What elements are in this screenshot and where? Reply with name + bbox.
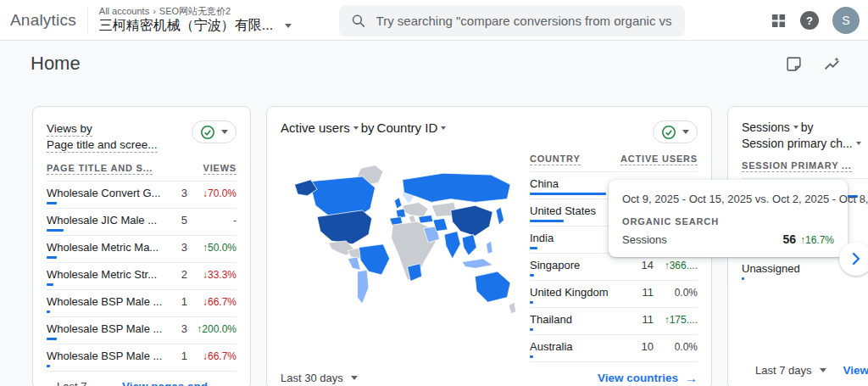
link-label: View [843,364,868,377]
row-bar [530,220,564,222]
date-range-label: Last 7 days [755,364,812,377]
table-row: Wholesale Metric Str...2↓33.3% [47,263,236,290]
row-change: ↑175.... [654,314,698,326]
row-change: 0.0% [654,287,698,299]
chevron-down-icon [441,126,446,130]
help-icon[interactable]: ? [800,11,819,30]
row-change: ↑200.0% [187,323,236,335]
account-name-dropdown[interactable]: 三柯精密机械（宁波）有限... [99,17,292,34]
row-value: 1 [162,350,187,362]
carousel-next-button[interactable] [839,242,868,276]
row-label: Thailand [530,313,625,326]
views-card-status-menu[interactable] [192,120,236,143]
row-bar [47,256,57,259]
account-switcher[interactable]: All accounts › SEO网站无竞价2 三柯精密机械（宁波）有限... [99,6,292,34]
row-label: Wholesale JIC Male ... [47,214,162,227]
breadcrumb-all-accounts[interactable]: All accounts [99,6,149,17]
row-change: ↓33.3% [187,269,236,281]
views-metric-selector[interactable]: Views by [47,122,92,137]
column-header-active-users: ACTIVE USERS [620,154,698,165]
row-value: 1 [162,295,187,308]
table-row: Wholesale BSP Male ...1↓66.7% [47,344,236,372]
table-row: United Kingdom110.0% [530,281,698,308]
row-label: United Kingdom [530,286,625,299]
table-row: Thailand11↑175.... [530,308,698,335]
active-users-card-status-menu[interactable] [653,120,698,143]
row-bar [742,277,744,280]
row-bar [47,338,57,340]
views-table: Wholesale Convert G...3↓70.0% Wholesale … [47,182,236,372]
row-change: ↑366.... [654,260,698,271]
row-value: 2 [162,268,187,281]
row-bar [530,274,534,277]
dimension-selector[interactable]: Country ID [377,120,438,135]
column-header-page-title: PAGE TITLE AND S... [47,163,153,175]
row-change: - [187,215,236,227]
view-countries-link[interactable]: View countries → [598,371,698,385]
view-pages-link[interactable]: View pages and s... → [122,380,236,386]
row-label: Wholesale BSP Male ... [47,350,162,362]
tooltip-channel: ORGANIC SEARCH [622,216,834,227]
world-map [281,148,518,362]
date-range-label: Last 7 days [57,380,108,386]
row-change: ↑50.0% [187,242,236,254]
row-label: Wholesale BSP Male ... [47,322,162,335]
metric-selector[interactable]: Sessions [742,120,790,134]
row-bar [47,365,50,367]
link-label: View pages and s... [122,380,217,386]
views-card: Views by Page title and scree... PAGE TI… [32,106,251,386]
link-label: View countries [598,372,678,384]
table-row: Wholesale JIC Male ...5- [47,209,236,236]
date-range-selector[interactable]: Last 30 days [281,372,358,384]
chevron-right-icon: › [153,6,156,17]
check-circle-icon [661,125,676,140]
breadcrumb-property[interactable]: SEO网站无竞价2 [159,6,231,17]
title-by: by [801,120,814,134]
apps-grid-icon[interactable] [771,13,787,29]
app-bar: Analytics All accounts › SEO网站无竞价2 三柯精密机… [0,0,868,41]
avatar[interactable]: S [832,7,860,34]
date-range-selector[interactable]: Last 7 days [755,364,826,377]
hover-tooltip: Oct 9, 2025 - Oct 15, 2025 vs. Oct 2, 20… [609,180,848,257]
row-bar [530,301,533,304]
chevron-down-icon [820,368,826,372]
column-header-country: COUNTRY [530,154,581,165]
table-row: Wholesale BSP Male ...3↑200.0% [47,317,236,344]
date-range-label: Last 30 days [281,372,343,384]
row-bar [530,328,533,331]
chevron-down-icon [285,24,292,28]
arrow-right-icon: → [685,371,698,385]
row-bar [47,202,57,204]
search-bar[interactable] [339,5,685,36]
chevron-down-icon [793,126,798,129]
row-label: Wholesale Metric Str... [47,268,162,281]
row-bar [530,193,606,195]
row-change: 0.0% [654,341,698,353]
view-link[interactable]: View [843,364,868,377]
row-bar [47,310,50,313]
table-row: Wholesale Metric Ma...3↑50.0% [47,236,236,263]
row-bar [530,355,533,358]
chevron-down-icon [682,130,689,134]
row-value: 11 [625,286,654,299]
date-range-selector[interactable]: Last 7 days [57,380,122,386]
chevron-down-icon [856,142,861,145]
appbar-actions: ? S [771,0,863,41]
table-row: Wholesale BSP Male ...1↓66.7% [47,290,236,317]
row-value: 11 [625,313,654,326]
tooltip-change: ↑16.7% [800,234,834,246]
metric-selector[interactable]: Active users [281,120,350,135]
dimension-selector[interactable]: Session primary ch... [742,137,853,150]
page-title: Home [31,53,81,75]
row-value: 14 [625,259,654,271]
table-row: Singapore14↑366.... [530,254,698,281]
insights-icon[interactable] [823,55,841,73]
search-input[interactable] [376,14,673,28]
row-bar [47,283,53,286]
row-bar [47,229,64,232]
tooltip-metric: Sessions [622,233,667,246]
views-dimension-selector[interactable]: Page title and scree... [47,138,158,153]
notes-icon[interactable] [785,55,803,73]
table-row: Wholesale Convert G...3↓70.0% [47,182,236,209]
chevron-right-icon [847,249,865,268]
